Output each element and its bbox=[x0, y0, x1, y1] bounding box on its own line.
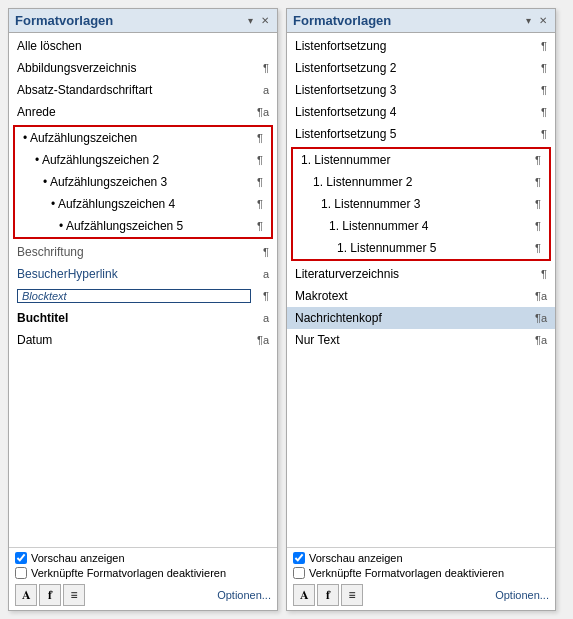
list-item[interactable]: Aufzählungszeichen ¶ bbox=[15, 127, 271, 149]
panel-1-pin[interactable]: ▾ bbox=[246, 15, 255, 26]
style-label: Aufzählungszeichen bbox=[23, 131, 245, 145]
list-item[interactable]: Listennummer 3 ¶ bbox=[293, 193, 549, 215]
style-label: Nachrichtenkopf bbox=[295, 311, 529, 325]
new-style-button[interactable]: 𝐀 bbox=[15, 584, 37, 606]
list-item[interactable]: Listennummer 5 ¶ bbox=[293, 237, 549, 259]
panel-1-body: Alle löschen Abbildungsverzeichnis ¶ Abs… bbox=[9, 33, 277, 610]
style-label: Listenfortsetzung 2 bbox=[295, 61, 529, 75]
preview-checkbox[interactable] bbox=[293, 552, 305, 564]
panel-1: Formatvorlagen ▾ ✕ Alle löschen Abbildun… bbox=[8, 8, 278, 611]
para-mark: ¶ bbox=[533, 40, 547, 52]
list-item[interactable]: Listennummer ¶ bbox=[293, 149, 549, 171]
list-item[interactable]: Beschriftung ¶ bbox=[9, 241, 277, 263]
style-inspector-button[interactable]: 𝐟 bbox=[39, 584, 61, 606]
list-item[interactable]: Buchtitel a bbox=[9, 307, 277, 329]
list-item[interactable]: Makrotext ¶a bbox=[287, 285, 555, 307]
para-mark: ¶ bbox=[249, 198, 263, 210]
style-label: Literaturverzeichnis bbox=[295, 267, 529, 281]
para-mark: ¶ bbox=[255, 290, 269, 302]
para-mark: ¶ bbox=[527, 154, 541, 166]
panel-1-close[interactable]: ✕ bbox=[259, 15, 271, 26]
panel-2-pin[interactable]: ▾ bbox=[524, 15, 533, 26]
style-label: Beschriftung bbox=[17, 245, 251, 259]
options-link[interactable]: Optionen... bbox=[495, 589, 549, 601]
new-style-button[interactable]: 𝐀 bbox=[293, 584, 315, 606]
panel-2: Formatvorlagen ▾ ✕ Listenfortsetzung ¶ L… bbox=[286, 8, 556, 611]
num-group: Listennummer ¶ Listennummer 2 ¶ Listennu… bbox=[291, 147, 551, 261]
panel-2-close[interactable]: ✕ bbox=[537, 15, 549, 26]
style-label: Buchtitel bbox=[17, 311, 251, 325]
list-item[interactable]: Absatz-Standardschriftart a bbox=[9, 79, 277, 101]
footer-buttons: 𝐀 𝐟 ≡ Optionen... bbox=[293, 584, 549, 606]
para-mark: ¶ bbox=[527, 220, 541, 232]
list-item[interactable]: Listenfortsetzung 3 ¶ bbox=[287, 79, 555, 101]
footer-icons: 𝐀 𝐟 ≡ bbox=[293, 584, 363, 606]
panel-2-body: Listenfortsetzung ¶ Listenfortsetzung 2 … bbox=[287, 33, 555, 610]
list-item[interactable]: Aufzählungszeichen 5 ¶ bbox=[15, 215, 271, 237]
para-mark: ¶ bbox=[533, 84, 547, 96]
style-inspector-button[interactable]: 𝐟 bbox=[317, 584, 339, 606]
style-label: Listenfortsetzung 3 bbox=[295, 83, 529, 97]
preview-label: Vorschau anzeigen bbox=[31, 552, 125, 564]
linked-styles-checkbox-row[interactable]: Verknüpfte Formatvorlagen deaktivieren bbox=[293, 567, 549, 579]
style-label: Datum bbox=[17, 333, 251, 347]
para-mark: a bbox=[255, 312, 269, 324]
para-mark: ¶ bbox=[249, 176, 263, 188]
list-item[interactable]: Anrede ¶a bbox=[9, 101, 277, 123]
list-item[interactable]: BesucherHyperlink a bbox=[9, 263, 277, 285]
list-item[interactable]: Aufzählungszeichen 4 ¶ bbox=[15, 193, 271, 215]
style-label: Listenfortsetzung 4 bbox=[295, 105, 529, 119]
list-item[interactable]: Nachrichtenkopf ¶a bbox=[287, 307, 555, 329]
linked-styles-checkbox[interactable] bbox=[293, 567, 305, 579]
panel-1-style-list: Alle löschen Abbildungsverzeichnis ¶ Abs… bbox=[9, 33, 277, 547]
para-mark: ¶ bbox=[255, 246, 269, 258]
para-mark: ¶ bbox=[249, 220, 263, 232]
style-label: Aufzählungszeichen 4 bbox=[51, 197, 245, 211]
list-item[interactable]: Listenfortsetzung ¶ bbox=[287, 35, 555, 57]
linked-styles-checkbox[interactable] bbox=[15, 567, 27, 579]
bullet-group: Aufzählungszeichen ¶ Aufzählungszeichen … bbox=[13, 125, 273, 239]
list-item[interactable]: Abbildungsverzeichnis ¶ bbox=[9, 57, 277, 79]
list-item[interactable]: Aufzählungszeichen 3 ¶ bbox=[15, 171, 271, 193]
manage-styles-icon: ≡ bbox=[348, 588, 355, 602]
style-label: Makrotext bbox=[295, 289, 529, 303]
list-item[interactable]: Alle löschen bbox=[9, 35, 277, 57]
list-item[interactable]: Listenfortsetzung 4 ¶ bbox=[287, 101, 555, 123]
list-item[interactable]: Datum ¶a bbox=[9, 329, 277, 351]
preview-checkbox[interactable] bbox=[15, 552, 27, 564]
style-label: Anrede bbox=[17, 105, 251, 119]
para-mark: ¶a bbox=[533, 334, 547, 346]
panel-1-controls: ▾ ✕ bbox=[246, 15, 271, 26]
style-label: Listennummer 2 bbox=[313, 175, 523, 189]
manage-styles-button[interactable]: ≡ bbox=[341, 584, 363, 606]
style-label: Absatz-Standardschriftart bbox=[17, 83, 251, 97]
list-item[interactable]: Listennummer 2 ¶ bbox=[293, 171, 549, 193]
list-item[interactable]: Blocktext ¶ bbox=[9, 285, 277, 307]
list-item[interactable]: Aufzählungszeichen 2 ¶ bbox=[15, 149, 271, 171]
manage-styles-button[interactable]: ≡ bbox=[63, 584, 85, 606]
style-label: Aufzählungszeichen 2 bbox=[35, 153, 245, 167]
list-item[interactable]: Literaturverzeichnis ¶ bbox=[287, 263, 555, 285]
linked-styles-label: Verknüpfte Formatvorlagen deaktivieren bbox=[31, 567, 226, 579]
style-label: Listennummer 4 bbox=[329, 219, 523, 233]
list-item[interactable]: Nur Text ¶a bbox=[287, 329, 555, 351]
style-label: Nur Text bbox=[295, 333, 529, 347]
para-mark: ¶ bbox=[533, 106, 547, 118]
style-label: Abbildungsverzeichnis bbox=[17, 61, 251, 75]
list-item[interactable]: Listennummer 4 ¶ bbox=[293, 215, 549, 237]
para-mark: a bbox=[255, 84, 269, 96]
style-label: BesucherHyperlink bbox=[17, 267, 251, 281]
list-item[interactable]: Listenfortsetzung 5 ¶ bbox=[287, 123, 555, 145]
style-label: Blocktext bbox=[17, 289, 251, 303]
panel-2-header: Formatvorlagen ▾ ✕ bbox=[287, 9, 555, 33]
new-style-icon: 𝐀 bbox=[22, 588, 31, 602]
linked-styles-checkbox-row[interactable]: Verknüpfte Formatvorlagen deaktivieren bbox=[15, 567, 271, 579]
list-item[interactable]: Listenfortsetzung 2 ¶ bbox=[287, 57, 555, 79]
preview-checkbox-row[interactable]: Vorschau anzeigen bbox=[293, 552, 549, 564]
para-mark: ¶ bbox=[533, 128, 547, 140]
preview-checkbox-row[interactable]: Vorschau anzeigen bbox=[15, 552, 271, 564]
options-link[interactable]: Optionen... bbox=[217, 589, 271, 601]
style-inspector-icon: 𝐟 bbox=[48, 588, 52, 602]
para-mark: ¶ bbox=[527, 242, 541, 254]
para-mark: a bbox=[255, 268, 269, 280]
